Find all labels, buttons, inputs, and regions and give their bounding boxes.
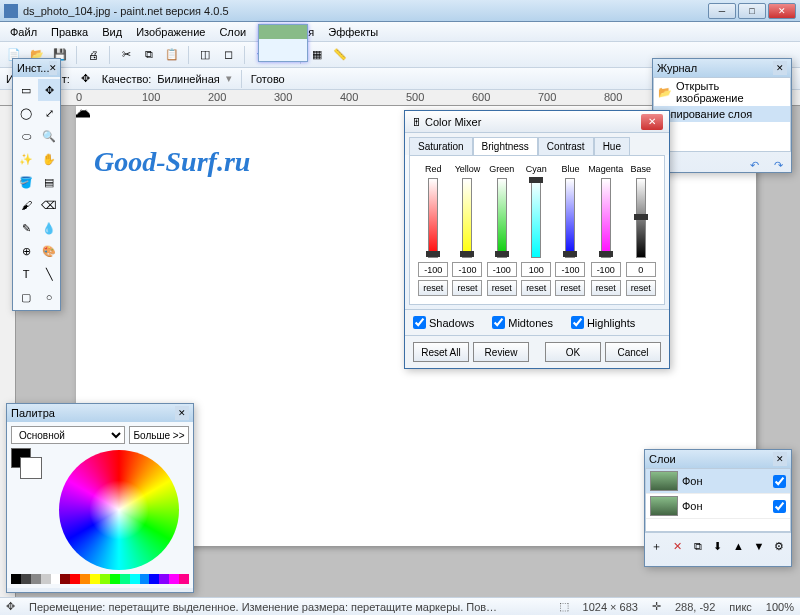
merge-layer-icon[interactable]: ⬇	[709, 536, 726, 556]
layer-visible-checkbox[interactable]	[773, 500, 786, 513]
brush-tool[interactable]: 🖌	[15, 194, 37, 216]
paste-button[interactable]: 📋	[162, 45, 182, 65]
shadows-checkbox[interactable]: Shadows	[413, 316, 474, 329]
minimize-button[interactable]: ─	[708, 3, 736, 19]
palette-panel[interactable]: Палитра✕ Основной Больше >>	[6, 403, 194, 593]
slider-reset-button[interactable]: reset	[452, 280, 482, 296]
add-layer-icon[interactable]: ＋	[648, 536, 665, 556]
menu-edit[interactable]: Правка	[45, 24, 94, 40]
tools-panel[interactable]: Инст...✕ ▭ ✥ ◯ ⤢ ⬭ 🔍 ✨ ✋ 🪣 ▤ 🖌 ⌫ ✎ 💧 ⊕ 🎨…	[12, 58, 61, 311]
layer-row[interactable]: Фон	[646, 469, 790, 494]
palette-more-button[interactable]: Больше >>	[129, 426, 189, 444]
slider-value-input[interactable]	[591, 262, 621, 277]
tools-close-icon[interactable]: ✕	[49, 61, 57, 75]
ellipse-tool[interactable]: ○	[38, 286, 60, 308]
midtones-checkbox[interactable]: Midtones	[492, 316, 553, 329]
menu-file[interactable]: Файл	[4, 24, 43, 40]
layers-close-icon[interactable]: ✕	[773, 452, 787, 466]
swatch-row[interactable]	[11, 574, 189, 584]
cut-button[interactable]: ✂	[116, 45, 136, 65]
history-undo-icon[interactable]: ↶	[744, 155, 764, 175]
gradient-tool[interactable]: ▤	[38, 171, 60, 193]
slider-reset-button[interactable]: reset	[521, 280, 551, 296]
layer-row[interactable]: Фон	[646, 494, 790, 519]
ellipse-select-tool[interactable]: ⬭	[15, 125, 37, 147]
layer-props-icon[interactable]: ⚙	[771, 536, 788, 556]
slider-value-input[interactable]	[418, 262, 448, 277]
tab-saturation[interactable]: Saturation	[409, 137, 473, 155]
slider-magenta[interactable]: Magenta reset	[590, 164, 622, 296]
clone-tool[interactable]: ⊕	[15, 240, 37, 262]
grid-button[interactable]: ▦	[307, 45, 327, 65]
fill-tool[interactable]: 🪣	[15, 171, 37, 193]
picker-tool[interactable]: 💧	[38, 217, 60, 239]
maximize-button[interactable]: □	[738, 3, 766, 19]
history-panel[interactable]: Журнал✕ 📂Открыть изображение Копирование…	[652, 58, 792, 173]
pan-tool[interactable]: ✋	[38, 148, 60, 170]
slider-blue[interactable]: Blue reset	[555, 164, 585, 296]
slider-red[interactable]: Red reset	[418, 164, 448, 296]
slider-value-input[interactable]	[487, 262, 517, 277]
crop-button[interactable]: ◫	[195, 45, 215, 65]
slider-reset-button[interactable]: reset	[418, 280, 448, 296]
layer-up-icon[interactable]: ▲	[730, 536, 747, 556]
rect-select-tool[interactable]: ▭	[15, 79, 37, 101]
color-mixer-dialog[interactable]: 🎚 Color Mixer✕ Saturation Brightness Con…	[404, 110, 670, 369]
slider-base[interactable]: Base reset	[626, 164, 656, 296]
magic-wand-tool[interactable]: ✨	[15, 148, 37, 170]
menu-view[interactable]: Вид	[96, 24, 128, 40]
layer-down-icon[interactable]: ▼	[750, 536, 767, 556]
copy-button[interactable]: ⧉	[139, 45, 159, 65]
tab-brightness[interactable]: Brightness	[473, 137, 538, 155]
history-item[interactable]: Копирование слоя	[654, 106, 790, 122]
history-redo-icon[interactable]: ↷	[768, 155, 788, 175]
lasso-tool[interactable]: ◯	[15, 102, 37, 124]
zoom-tool[interactable]: 🔍	[38, 125, 60, 147]
slider-value-input[interactable]	[521, 262, 551, 277]
slider-reset-button[interactable]: reset	[487, 280, 517, 296]
reset-all-button[interactable]: Reset All	[413, 342, 469, 362]
line-tool[interactable]: ╲	[38, 263, 60, 285]
menu-image[interactable]: Изображение	[130, 24, 211, 40]
slider-value-input[interactable]	[452, 262, 482, 277]
slider-value-input[interactable]	[626, 262, 656, 277]
text-tool[interactable]: T	[15, 263, 37, 285]
quality-value[interactable]: Билинейная	[157, 73, 219, 85]
close-button[interactable]: ✕	[768, 3, 796, 19]
review-button[interactable]: Review	[473, 342, 529, 362]
menu-effects[interactable]: Эффекты	[322, 24, 384, 40]
color-mode-select[interactable]: Основной	[11, 426, 125, 444]
palette-close-icon[interactable]: ✕	[175, 406, 189, 420]
history-close-icon[interactable]: ✕	[773, 61, 787, 75]
mixer-close-button[interactable]: ✕	[641, 114, 663, 130]
cancel-button[interactable]: Cancel	[605, 342, 661, 362]
duplicate-layer-icon[interactable]: ⧉	[689, 536, 706, 556]
ruler-button[interactable]: 📏	[330, 45, 350, 65]
layer-visible-checkbox[interactable]	[773, 475, 786, 488]
color-wheel[interactable]	[59, 450, 179, 570]
tab-contrast[interactable]: Contrast	[538, 137, 594, 155]
slider-reset-button[interactable]: reset	[626, 280, 656, 296]
slider-cyan[interactable]: Cyan reset	[521, 164, 551, 296]
slider-reset-button[interactable]: reset	[555, 280, 585, 296]
tab-hue[interactable]: Hue	[594, 137, 630, 155]
menu-layers[interactable]: Слои	[213, 24, 252, 40]
ok-button[interactable]: OK	[545, 342, 601, 362]
recolor-tool[interactable]: 🎨	[38, 240, 60, 262]
history-item[interactable]: 📂Открыть изображение	[654, 78, 790, 106]
layers-panel[interactable]: Слои✕ Фон Фон ＋ ✕ ⧉ ⬇ ▲ ▼ ⚙	[644, 449, 792, 567]
eraser-tool[interactable]: ⌫	[38, 194, 60, 216]
pencil-tool[interactable]: ✎	[15, 217, 37, 239]
delete-layer-icon[interactable]: ✕	[668, 536, 685, 556]
move-selection-tool[interactable]: ⤢	[38, 102, 60, 124]
status-zoom[interactable]: 100%	[766, 601, 794, 613]
current-tool-icon[interactable]: ✥	[76, 69, 96, 89]
deselect-button[interactable]: ◻	[218, 45, 238, 65]
primary-color-swatch[interactable]	[11, 448, 31, 468]
slider-value-input[interactable]	[555, 262, 585, 277]
image-thumbnail[interactable]	[258, 24, 308, 62]
print-button[interactable]: 🖨	[83, 45, 103, 65]
slider-yellow[interactable]: Yellow reset	[452, 164, 482, 296]
status-unit[interactable]: пикс	[729, 601, 752, 613]
highlights-checkbox[interactable]: Highlights	[571, 316, 635, 329]
